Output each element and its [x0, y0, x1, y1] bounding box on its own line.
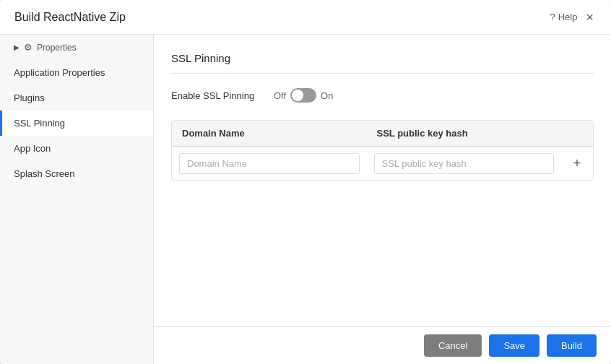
section-title: SSL Pinning [171, 52, 594, 74]
sidebar-item-label: Application Properties [14, 67, 105, 78]
main-content: SSL Pinning Enable SSL Pinning Off On [154, 35, 611, 364]
question-icon: ? [550, 12, 555, 22]
add-row-button[interactable]: + [568, 153, 586, 174]
chevron-icon: ▶ [14, 43, 20, 51]
hash-cell [367, 147, 562, 180]
ssl-toggle[interactable] [290, 88, 316, 103]
col-domain-header: Domain Name [172, 121, 367, 146]
hash-input[interactable] [374, 153, 555, 174]
cancel-button[interactable]: Cancel [424, 334, 482, 357]
toggle-slider [290, 88, 316, 103]
content-area: SSL Pinning Enable SSL Pinning Off On [154, 35, 611, 326]
sidebar: ▶ ⚙ Properties Application Properties Pl… [0, 35, 154, 364]
enable-ssl-row: Enable SSL Pinning Off On [171, 88, 594, 103]
sidebar-group-label: Properties [37, 43, 77, 53]
toggle-group: Off On [274, 88, 333, 103]
modal-title: Build ReactNative Zip [14, 11, 126, 24]
sidebar-group-properties[interactable]: ▶ ⚙ Properties [0, 35, 153, 60]
domain-input[interactable] [179, 153, 360, 174]
modal-body: ▶ ⚙ Properties Application Properties Pl… [0, 35, 611, 364]
col-action-header [561, 121, 593, 146]
sidebar-item-splash-screen[interactable]: Splash Screen [0, 161, 153, 186]
save-button[interactable]: Save [489, 334, 540, 357]
help-button[interactable]: ? Help [550, 12, 578, 22]
toggle-off-label: Off [274, 90, 286, 101]
sidebar-item-label: Plugins [14, 92, 45, 103]
enable-ssl-label: Enable SSL Pinning [171, 90, 265, 101]
gear-icon: ⚙ [24, 42, 32, 53]
col-hash-header: SSL public key hash [367, 121, 562, 146]
sidebar-item-application-properties[interactable]: Application Properties [0, 60, 153, 85]
ssl-table-header: Domain Name SSL public key hash [172, 121, 593, 147]
toggle-on-label: On [321, 90, 333, 101]
sidebar-item-ssl-pinning[interactable]: SSL Pinning [0, 110, 153, 136]
header-actions: ? Help × [550, 9, 597, 25]
sidebar-item-label: App Icon [14, 143, 51, 154]
close-button[interactable]: × [583, 9, 597, 25]
sidebar-item-label: SSL Pinning [14, 118, 65, 129]
add-cell: + [561, 147, 593, 180]
modal: Build ReactNative Zip ? Help × ▶ ⚙ Prope… [0, 0, 611, 364]
ssl-table: Domain Name SSL public key hash + [171, 120, 594, 181]
build-button[interactable]: Build [547, 334, 597, 357]
sidebar-item-label: Splash Screen [14, 168, 75, 179]
sidebar-item-app-icon[interactable]: App Icon [0, 136, 153, 161]
sidebar-item-plugins[interactable]: Plugins [0, 85, 153, 110]
modal-footer: Cancel Save Build [154, 326, 611, 364]
modal-header: Build ReactNative Zip ? Help × [0, 0, 611, 35]
domain-cell [172, 147, 367, 180]
ssl-table-row: + [172, 147, 593, 180]
